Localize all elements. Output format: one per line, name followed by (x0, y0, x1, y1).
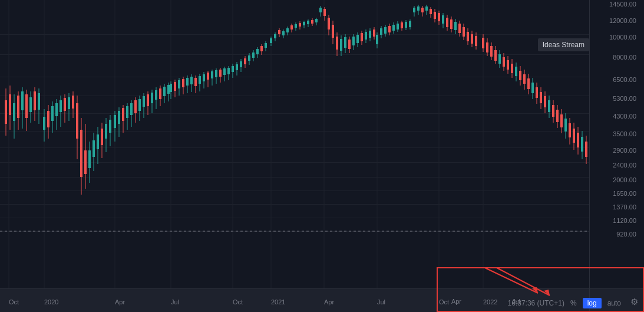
svg-rect-135 (260, 46, 263, 51)
svg-rect-123 (236, 64, 238, 70)
svg-rect-285 (573, 129, 575, 143)
svg-rect-263 (527, 78, 530, 89)
svg-rect-147 (286, 28, 289, 32)
svg-rect-171 (336, 37, 338, 50)
svg-rect-159 (311, 20, 313, 24)
price-label-3500: 3500.00 (613, 131, 641, 137)
svg-rect-283 (569, 123, 571, 137)
svg-rect-195 (384, 27, 387, 34)
price-label-2400: 2400.00 (613, 162, 641, 169)
svg-rect-273 (548, 100, 550, 112)
svg-rect-53 (93, 140, 95, 157)
svg-rect-209 (413, 8, 415, 12)
svg-rect-47 (80, 130, 82, 177)
svg-rect-21 (25, 94, 28, 118)
svg-rect-125 (240, 61, 242, 67)
svg-rect-117 (223, 68, 226, 75)
svg-rect-277 (556, 110, 559, 122)
svg-rect-265 (531, 83, 534, 93)
time-label-2020: 2020 (44, 298, 58, 306)
svg-rect-187 (365, 32, 367, 40)
candle-group-2020 (43, 91, 111, 195)
svg-rect-167 (328, 18, 330, 29)
svg-rect-239 (471, 34, 473, 44)
svg-rect-163 (319, 8, 322, 12)
svg-rect-151 (295, 24, 297, 28)
svg-rect-109 (207, 73, 209, 80)
svg-rect-75 (138, 99, 141, 111)
ideas-stream-label: Ideas Stream (543, 41, 584, 49)
svg-rect-253 (507, 60, 509, 70)
price-label-1370: 1370.00 (613, 204, 641, 211)
svg-rect-41 (68, 97, 70, 109)
svg-rect-259 (519, 71, 521, 80)
svg-rect-161 (315, 19, 318, 22)
svg-rect-175 (344, 37, 346, 48)
svg-rect-177 (376, 35, 378, 44)
apr-bottom-label: Apr (451, 298, 461, 305)
svg-rect-139 (270, 38, 272, 43)
svg-rect-249 (498, 54, 501, 64)
log-button[interactable]: log (583, 298, 602, 308)
svg-rect-33 (51, 106, 54, 121)
svg-rect-205 (405, 22, 407, 28)
svg-rect-15 (13, 103, 15, 121)
svg-rect-235 (482, 38, 484, 48)
time-label-2021: 2021 (271, 298, 285, 306)
svg-rect-51 (88, 150, 91, 168)
svg-rect-35 (55, 103, 58, 116)
candle-group-2021 (270, 5, 587, 164)
price-label-6500: 6500.00 (613, 77, 641, 83)
price-label-8000: 8000.00 (613, 54, 641, 61)
svg-rect-49 (84, 150, 87, 174)
svg-rect-81 (151, 93, 153, 103)
svg-rect-119 (227, 68, 230, 74)
svg-rect-89 (167, 85, 170, 94)
svg-rect-269 (540, 92, 542, 103)
svg-rect-71 (130, 103, 133, 115)
svg-rect-165 (323, 9, 326, 16)
svg-rect-37 (60, 100, 62, 112)
svg-rect-59 (105, 124, 107, 139)
svg-rect-101 (190, 77, 193, 84)
svg-rect-45 (76, 103, 78, 139)
svg-rect-227 (450, 19, 453, 29)
svg-rect-261 (523, 74, 526, 84)
svg-rect-155 (303, 22, 305, 25)
svg-rect-179 (348, 40, 351, 49)
price-axis: 14500.00 12000.00 10000.00 8000.00 6500.… (589, 0, 644, 312)
svg-rect-211 (417, 6, 420, 11)
settings-gear-button[interactable]: ⚙ (628, 295, 640, 308)
svg-rect-133 (256, 49, 259, 54)
svg-rect-55 (97, 134, 99, 149)
svg-rect-73 (134, 100, 137, 113)
svg-rect-173 (340, 39, 342, 51)
svg-rect-67 (122, 108, 124, 121)
ideas-stream-tooltip[interactable]: Ideas Stream (538, 38, 589, 51)
svg-rect-221 (438, 13, 440, 21)
svg-rect-121 (232, 66, 234, 72)
svg-rect-255 (511, 64, 513, 73)
svg-rect-43 (72, 96, 74, 109)
svg-rect-103 (194, 78, 197, 86)
svg-rect-219 (434, 12, 436, 19)
svg-rect-197 (388, 26, 391, 32)
svg-rect-229 (454, 22, 457, 30)
svg-rect-233 (463, 27, 465, 37)
price-label-1120: 1120.00 (613, 218, 641, 224)
time-label-jul-2021: Jul (377, 298, 385, 306)
svg-rect-169 (332, 25, 334, 38)
svg-rect-107 (203, 74, 205, 81)
svg-rect-57 (101, 129, 103, 145)
auto-button[interactable]: auto (605, 298, 623, 308)
price-label-4300: 4300.00 (613, 113, 641, 120)
svg-rect-191 (373, 29, 375, 37)
time-label-apr-2021: Apr (324, 298, 334, 306)
svg-rect-127 (244, 58, 246, 64)
price-label-2900: 2900.00 (613, 147, 641, 154)
candle-group-jul2020 (170, 66, 230, 99)
svg-rect-79 (147, 94, 149, 106)
svg-rect-245 (490, 46, 493, 57)
time-label-apr-2020: Apr (115, 298, 125, 306)
percent-button[interactable]: % (568, 298, 579, 308)
